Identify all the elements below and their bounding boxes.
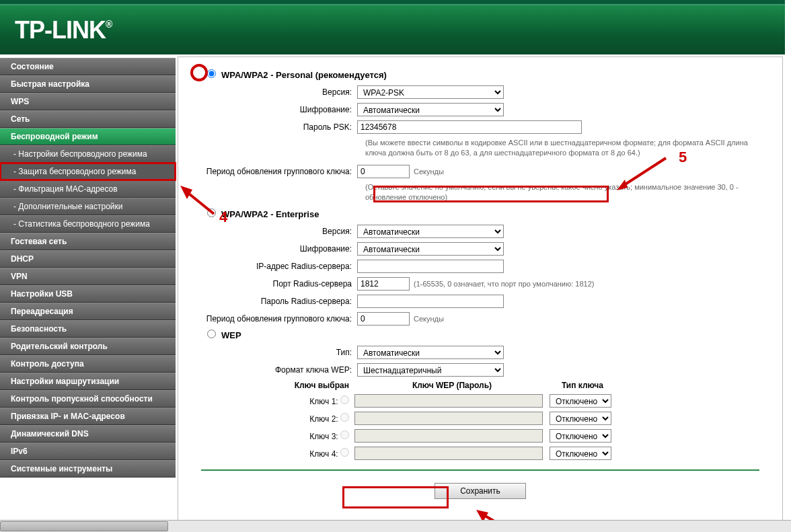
sidebar: Состояние Быстрая настройка WPS Сеть Бес… (0, 54, 176, 527)
label-ent-version: Версия: (201, 227, 357, 236)
unit-seconds: Секунды (414, 167, 444, 176)
sidebar-item-wireless[interactable]: Беспроводной режим (0, 128, 176, 145)
sidebar-item-mac-filter[interactable]: - Фильтрация MAC-адресов (0, 180, 176, 198)
label-group-key: Период обновления группового ключа: (201, 167, 357, 176)
label-wep-format: Формат ключа WEP: (201, 365, 357, 375)
select-wep-format[interactable]: Шестнадцатеричный (357, 363, 504, 377)
sidebar-item-wireless-stats[interactable]: - Статистика беспроводного режима (0, 215, 176, 233)
wep-row-1: Ключ 1: Отключено (220, 394, 759, 408)
select-key4-type[interactable]: Отключено (550, 447, 611, 460)
input-psk-password[interactable] (357, 120, 582, 134)
sidebar-item-wireless-settings[interactable]: - Настройки беспроводного режима (0, 145, 176, 163)
annotation-number-4: 4 (219, 208, 227, 226)
sidebar-item-vpn[interactable]: VPN (0, 268, 176, 285)
label-radius-pw: Пароль Radius-сервера: (201, 297, 357, 306)
save-button[interactable]: Сохранить (435, 483, 526, 499)
sidebar-item-guest[interactable]: Гостевая сеть (0, 233, 176, 250)
sidebar-item-usb[interactable]: Настройки USB (0, 285, 176, 303)
input-personal-group-key[interactable] (357, 165, 410, 178)
sidebar-item-wireless-security[interactable]: - Защита беспроводного режима (0, 163, 176, 180)
sidebar-item-bandwidth[interactable]: Контроль пропускной способности (0, 390, 176, 408)
annotation-number-5: 5 (679, 149, 687, 166)
input-key4[interactable] (354, 447, 543, 460)
radio-wpa-enterprise[interactable] (207, 208, 216, 217)
sidebar-item-wireless-advanced[interactable]: - Дополнительные настройки (0, 198, 176, 215)
select-key3-type[interactable]: Отключено (550, 429, 611, 443)
select-wep-type[interactable]: Автоматически (357, 346, 504, 359)
select-ent-version[interactable]: Автоматически (357, 225, 504, 238)
label-key4: Ключ 4: (309, 449, 338, 459)
header: TP-LINK® (0, 5, 785, 54)
content-panel: WPA/WPA2 - Personal (рекомендуется) Верс… (178, 56, 783, 527)
label-ent-encryption: Шифрование: (201, 244, 357, 254)
select-ent-encryption[interactable]: Автоматически (357, 242, 504, 256)
input-radius-pw[interactable] (357, 295, 504, 308)
radio-key2[interactable] (340, 413, 349, 422)
label-key1: Ключ 1: (309, 397, 338, 406)
select-key2-type[interactable]: Отключено (550, 412, 611, 425)
wep-row-4: Ключ 4: Отключено (220, 447, 759, 460)
input-key2[interactable] (354, 412, 543, 425)
section-title-enterprise: WPA/WPA2 - Enterprise (221, 209, 319, 219)
label-ent-group: Период обновления группового ключа: (201, 314, 357, 324)
col-wep-key: Ключ WEP (Пароль) (354, 381, 550, 390)
section-title-personal: WPA/WPA2 - Personal (рекомендуется) (221, 70, 387, 80)
radio-wpa-personal[interactable] (207, 69, 216, 78)
hint-radius-port: (1-65535, 0 означает, что порт про умолч… (414, 280, 595, 288)
wep-row-3: Ключ 3: Отключено (220, 429, 759, 443)
label-radius-port: Порт Radius-сервера (201, 279, 357, 289)
label-radius-ip: IP-адрес Radius-сервера: (201, 262, 357, 271)
sidebar-item-ip-mac-binding[interactable]: Привязка IP- и MAC-адресов (0, 408, 176, 425)
input-key3[interactable] (354, 429, 543, 443)
unit-seconds-ent: Секунды (414, 315, 444, 323)
sidebar-item-parental[interactable]: Родительский контроль (0, 338, 176, 355)
input-radius-ip[interactable] (357, 260, 504, 273)
radio-key3[interactable] (340, 430, 349, 439)
col-key-type: Тип ключа (550, 381, 615, 390)
sidebar-item-wps[interactable]: WPS (0, 93, 176, 110)
input-key1[interactable] (354, 394, 543, 408)
label-key2: Ключ 2: (309, 414, 338, 424)
sidebar-item-ddns[interactable]: Динамический DNS (0, 425, 176, 443)
horizontal-scrollbar[interactable] (0, 520, 791, 532)
label-wep-type: Тип: (201, 348, 357, 357)
hint-psk: (Вы можете ввести символы в кодировке AS… (365, 138, 759, 158)
select-personal-encryption[interactable]: Автоматически (357, 103, 504, 116)
sidebar-item-dhcp[interactable]: DHCP (0, 250, 176, 268)
input-ent-group[interactable] (357, 312, 410, 326)
brand-logo: TP-LINK® (15, 16, 112, 44)
radio-key1[interactable] (340, 395, 349, 404)
sidebar-item-security[interactable]: Безопасность (0, 320, 176, 338)
sidebar-item-access-control[interactable]: Контроль доступа (0, 355, 176, 373)
input-radius-port[interactable] (357, 277, 410, 291)
sidebar-item-network[interactable]: Сеть (0, 110, 176, 128)
select-key1-type[interactable]: Отключено (550, 394, 611, 408)
sidebar-item-forwarding[interactable]: Переадресация (0, 303, 176, 320)
wep-row-2: Ключ 2: Отключено (220, 412, 759, 425)
radio-wep[interactable] (207, 330, 216, 338)
sidebar-item-routing[interactable]: Настройки маршрутизации (0, 373, 176, 390)
col-key-selected: Ключ выбран (220, 381, 354, 390)
label-psk: Пароль PSK: (201, 122, 357, 132)
label-key3: Ключ 3: (309, 432, 338, 441)
sidebar-item-ipv6[interactable]: IPv6 (0, 443, 176, 460)
label-encryption: Шифрование: (201, 105, 357, 114)
label-version: Версия: (201, 87, 357, 97)
sidebar-item-system-tools[interactable]: Системные инструменты (0, 460, 176, 478)
hint-group-key: (Оставьте значение по умолчанию, если вы… (365, 182, 759, 202)
radio-key4[interactable] (340, 448, 349, 457)
sidebar-item-quick-setup[interactable]: Быстрая настройка (0, 75, 176, 93)
section-title-wep: WEP (221, 330, 241, 340)
sidebar-item-status[interactable]: Состояние (0, 58, 176, 75)
select-personal-version[interactable]: WPA2-PSK (357, 85, 504, 99)
